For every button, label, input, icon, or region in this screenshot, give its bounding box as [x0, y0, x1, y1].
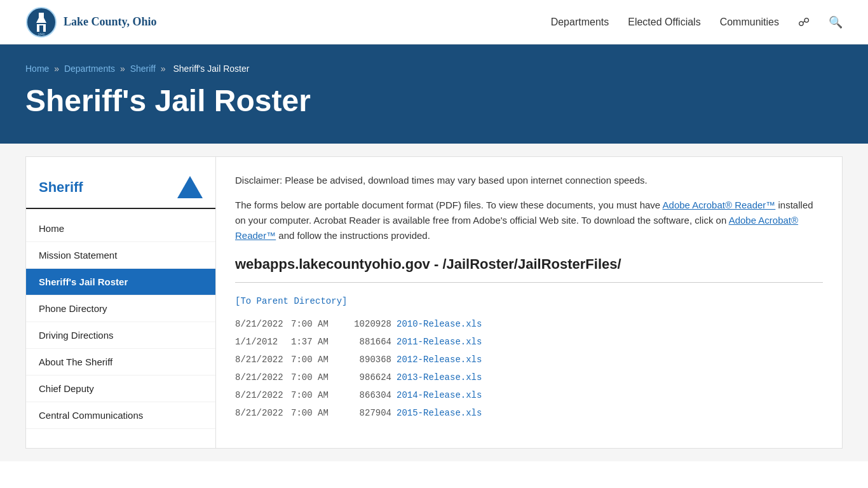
page-title: Sheriff's Jail Roster [25, 83, 843, 118]
sidebar-item-jail-roster[interactable]: Sheriff's Jail Roster [26, 269, 215, 295]
file-link[interactable]: 2012-Release.xls [397, 351, 482, 369]
breadcrumb-sep1: » [54, 64, 62, 74]
nav-communities[interactable]: Communities [720, 17, 779, 28]
sidebar-title: Sheriff [39, 179, 83, 196]
file-date: 8/21/2022 [235, 351, 286, 369]
sidebar-header: Sheriff [26, 170, 215, 209]
site-header: 1840 Lake County, Ohio Departments Elect… [0, 0, 868, 44]
file-listing: [To Parent Directory] 8/21/2022 7:00 AM … [235, 292, 823, 422]
file-link[interactable]: 2013-Release.xls [397, 369, 482, 386]
file-date: 8/21/2022 [235, 386, 286, 404]
breadcrumb-sheriff[interactable]: Sheriff [130, 64, 156, 74]
sidebar-item-phone[interactable]: Phone Directory [26, 295, 215, 322]
file-listing-title: webapps.lakecountyohio.gov - /JailRoster… [235, 256, 823, 273]
file-row: 8/21/2022 7:00 AM 890368 2012-Release.xl… [235, 351, 823, 369]
file-row: 8/21/2022 7:00 AM 827904 2015-Release.xl… [235, 404, 823, 422]
breadcrumb: Home » Departments » Sheriff » Sheriff's… [25, 64, 843, 74]
breadcrumb-departments[interactable]: Departments [64, 64, 115, 74]
file-time: 7:00 AM [291, 369, 339, 386]
file-time: 7:00 AM [291, 404, 339, 422]
logo-text: Lake County, Ohio [64, 15, 157, 29]
nav-departments[interactable]: Departments [551, 17, 609, 28]
file-time: 7:00 AM [291, 351, 339, 369]
disclaimer-para1: Disclaimer: Please be advised, download … [235, 173, 823, 188]
main-content: Sheriff Home Mission Statement Sheriff's… [0, 144, 868, 461]
disclaimer-text4: and follow the instructions provided. [276, 230, 430, 241]
file-rows-container: 8/21/2022 7:00 AM 1020928 2010-Release.x… [235, 315, 823, 422]
sidebar-item-mission[interactable]: Mission Statement [26, 242, 215, 269]
file-time: 1:37 AM [291, 333, 339, 351]
breadcrumb-sep2: » [120, 64, 128, 74]
sidebar-triangle-icon [177, 176, 203, 198]
file-date: 8/21/2022 [235, 404, 286, 422]
file-link[interactable]: 2011-Release.xls [397, 333, 482, 351]
file-row: 8/21/2022 7:00 AM 866304 2014-Release.xl… [235, 386, 823, 404]
breadcrumb-sep3: » [161, 64, 168, 74]
svg-rect-4 [39, 25, 43, 32]
file-size: 890368 [344, 351, 391, 369]
sidebar-item-home[interactable]: Home [26, 215, 215, 242]
file-size: 827904 [344, 404, 391, 422]
file-size: 866304 [344, 386, 391, 404]
file-listing-divider [235, 282, 823, 283]
file-date: 8/21/2022 [235, 369, 286, 386]
acrobat-link1[interactable]: Adobe Acrobat® Reader™ [663, 200, 776, 210]
file-date: 8/21/2022 [235, 315, 286, 333]
file-link[interactable]: 2015-Release.xls [397, 404, 482, 422]
file-row: 8/21/2022 7:00 AM 986624 2013-Release.xl… [235, 369, 823, 386]
file-size: 986624 [344, 369, 391, 386]
hero-banner: Home » Departments » Sheriff » Sheriff's… [0, 44, 868, 144]
file-row: 1/1/2012 1:37 AM 881664 2011-Release.xls [235, 333, 823, 351]
sidebar-item-chief-deputy[interactable]: Chief Deputy [26, 376, 215, 402]
breadcrumb-home[interactable]: Home [25, 64, 49, 74]
file-date: 1/1/2012 [235, 333, 286, 351]
file-time: 7:00 AM [291, 315, 339, 333]
breadcrumb-current: Sheriff's Jail Roster [173, 64, 249, 74]
parent-dir-link[interactable]: [To Parent Directory] [235, 292, 823, 310]
sidebar-item-directions[interactable]: Driving Directions [26, 322, 215, 349]
file-size: 1020928 [344, 315, 391, 333]
disclaimer-text1: Disclaimer: Please be advised, download … [235, 175, 648, 186]
logo-area[interactable]: 1840 Lake County, Ohio [25, 6, 157, 38]
page-content: Disclaimer: Please be advised, download … [216, 156, 843, 449]
file-row: 8/21/2022 7:00 AM 1020928 2010-Release.x… [235, 315, 823, 333]
main-nav: Departments Elected Officials Communitie… [551, 15, 843, 29]
logo-icon: 1840 [25, 6, 57, 38]
sidebar: Sheriff Home Mission Statement Sheriff's… [25, 156, 216, 449]
file-size: 881664 [344, 333, 391, 351]
file-link[interactable]: 2014-Release.xls [397, 386, 482, 404]
nav-elected-officials[interactable]: Elected Officials [628, 17, 700, 28]
user-icon[interactable]: ☍ [798, 15, 810, 29]
search-icon[interactable]: 🔍 [829, 15, 843, 29]
sidebar-item-central-comms[interactable]: Central Communications [26, 402, 215, 429]
svg-text:1840: 1840 [37, 32, 44, 36]
sidebar-nav: Home Mission Statement Sheriff's Jail Ro… [26, 215, 215, 429]
disclaimer-text2: The forms below are portable document fo… [235, 200, 663, 210]
file-link[interactable]: 2010-Release.xls [397, 315, 482, 333]
file-time: 7:00 AM [291, 386, 339, 404]
sidebar-item-about[interactable]: About The Sheriff [26, 349, 215, 376]
disclaimer-para2: The forms below are portable document fo… [235, 198, 823, 243]
